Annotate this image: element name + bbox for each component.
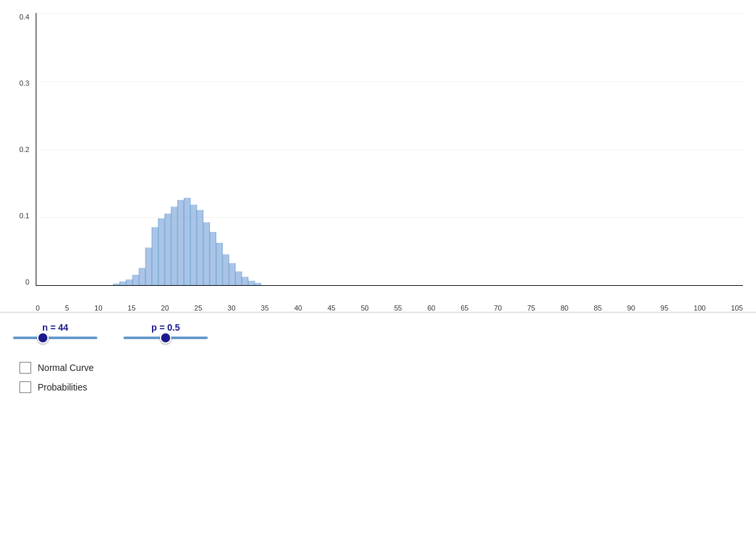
x-label-60: 60 xyxy=(427,304,435,312)
svg-rect-17 xyxy=(223,255,229,285)
svg-rect-5 xyxy=(145,248,151,285)
checkboxes-area: Normal Curve Probabilities xyxy=(0,349,756,406)
svg-rect-22 xyxy=(255,283,260,285)
normal-curve-label: Normal Curve xyxy=(38,363,94,373)
n-slider-thumb[interactable] xyxy=(37,332,49,344)
svg-rect-20 xyxy=(242,277,248,285)
svg-rect-2 xyxy=(126,280,132,285)
x-label-45: 45 xyxy=(327,304,335,312)
x-label-100: 100 xyxy=(694,304,705,312)
p-slider-thumb[interactable] xyxy=(160,332,171,344)
x-label-65: 65 xyxy=(460,304,468,312)
controls-area: n = 44 p = 0.5 xyxy=(0,313,756,349)
x-label-105: 105 xyxy=(731,304,742,312)
p-label: p = 0.5 xyxy=(151,322,180,333)
x-label-20: 20 xyxy=(161,304,169,312)
svg-rect-4 xyxy=(139,268,145,285)
x-label-50: 50 xyxy=(360,304,368,312)
probabilities-checkbox[interactable] xyxy=(19,381,31,393)
svg-rect-18 xyxy=(229,263,235,285)
svg-rect-6 xyxy=(152,227,158,285)
x-label-70: 70 xyxy=(494,304,501,312)
y-axis: 0.4 0.3 0.2 0.1 0 xyxy=(0,13,32,286)
x-label-40: 40 xyxy=(294,304,302,312)
x-label-10: 10 xyxy=(94,304,102,312)
normal-curve-checkbox-item[interactable]: Normal Curve xyxy=(19,362,737,374)
y-label-0.2: 0.2 xyxy=(19,146,32,153)
svg-rect-21 xyxy=(248,281,254,285)
svg-rect-13 xyxy=(197,211,203,285)
n-label: n = 44 xyxy=(42,322,68,333)
svg-rect-3 xyxy=(132,275,138,285)
x-label-80: 80 xyxy=(561,304,568,312)
x-label-5: 5 xyxy=(65,304,69,312)
chart-inner xyxy=(36,13,743,286)
x-label-25: 25 xyxy=(194,304,202,312)
svg-rect-14 xyxy=(203,223,209,285)
svg-rect-1 xyxy=(120,282,126,285)
y-label-0.1: 0.1 xyxy=(19,212,32,220)
y-label-0.4: 0.4 xyxy=(19,13,32,21)
x-label-0: 0 xyxy=(36,304,40,312)
x-label-15: 15 xyxy=(128,304,136,312)
p-slider-group: p = 0.5 xyxy=(123,322,208,339)
x-axis: 0 5 10 15 20 25 30 35 40 45 50 55 60 65 … xyxy=(36,304,743,312)
svg-rect-0 xyxy=(114,284,120,285)
x-label-95: 95 xyxy=(661,304,668,312)
probabilities-checkbox-item[interactable]: Probabilities xyxy=(19,381,737,393)
y-label-0.3: 0.3 xyxy=(19,79,32,87)
x-label-85: 85 xyxy=(594,304,601,312)
svg-rect-8 xyxy=(165,214,171,285)
svg-rect-7 xyxy=(158,218,164,285)
svg-rect-15 xyxy=(210,232,216,285)
svg-rect-16 xyxy=(216,243,222,285)
x-label-55: 55 xyxy=(394,304,402,312)
x-label-90: 90 xyxy=(627,304,635,312)
y-label-0: 0 xyxy=(25,278,32,286)
svg-rect-9 xyxy=(171,207,177,285)
n-slider-track[interactable] xyxy=(13,337,97,339)
p-slider-track[interactable] xyxy=(123,337,208,339)
n-slider-group: n = 44 xyxy=(13,322,97,339)
svg-rect-11 xyxy=(184,198,190,285)
histogram-chart: 0.4 0.3 0.2 0.1 0 0 5 10 15 20 25 30 35 … xyxy=(0,0,756,312)
svg-rect-10 xyxy=(178,200,184,285)
svg-rect-19 xyxy=(236,272,242,285)
x-label-30: 30 xyxy=(227,304,235,312)
normal-curve-checkbox[interactable] xyxy=(19,362,31,374)
x-label-75: 75 xyxy=(527,304,535,312)
x-label-35: 35 xyxy=(261,304,269,312)
probabilities-label: Probabilities xyxy=(38,382,87,392)
